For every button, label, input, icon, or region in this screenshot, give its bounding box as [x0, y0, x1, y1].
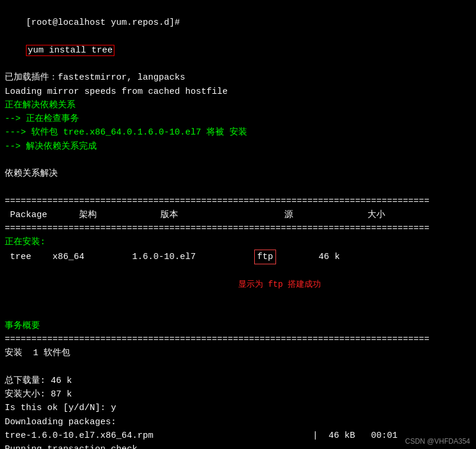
line-downloading: Downloading packages: [5, 415, 471, 429]
separator-2: ========================================… [5, 222, 471, 235]
line-prompt-ok: Is this ok [y/d/N]: y [5, 401, 471, 415]
prompt-line: [root@localhost yum.repos.d]# yum instal… [5, 2, 471, 71]
blank-line-3 [5, 306, 471, 319]
ftp-annotation: 显示为 ftp 搭建成功 [238, 280, 321, 289]
table-header: Package 架构 版本 源 大小 [5, 208, 471, 222]
line-package-install: ---> 软件包 tree.x86_64.0.1.6.0-10.el7 将被 安… [5, 126, 471, 139]
line-mirror: Loading mirror speeds from cached hostfi… [5, 85, 471, 99]
line-dep-resolved: 依赖关系解决 [5, 167, 471, 181]
blank-line-4 [5, 360, 471, 374]
terminal: [root@localhost yum.repos.d]# yum instal… [0, 0, 476, 449]
pkg-version: 1.6.0-10.el7 [84, 250, 196, 264]
line-checking: --> 正在检查事务 [5, 112, 471, 126]
pkg-size: 46 k [276, 250, 340, 264]
line-total-download: 总下载量: 46 k [5, 374, 471, 388]
prompt-text: [root@localhost yum.repos.d]# [26, 18, 180, 28]
pkg-source-ftp: ftp [254, 250, 276, 264]
line-install-size: 安装大小: 87 k [5, 388, 471, 401]
separator-3: ========================================… [5, 333, 471, 346]
line-install-count: 安装 1 软件包 [5, 346, 471, 360]
pkg-name: tree [5, 250, 31, 264]
line-deps-done: --> 解决依赖关系完成 [5, 140, 471, 153]
line-rpm: tree-1.6.0-10.el7.x86_64.rpm | 46 kB 00:… [5, 429, 471, 443]
package-row: tree x86_64 1.6.0-10.el7 ftp 46 k [5, 250, 471, 264]
pkg-source-spacer [196, 250, 254, 264]
line-running-check: Running transaction check [5, 443, 471, 449]
line-plugins: 已加载插件：fastestmirror, langpacks [5, 71, 471, 84]
blank-line-1 [5, 153, 471, 167]
blank-line-2 [5, 181, 471, 194]
space [26, 32, 31, 42]
pkg-arch: x86_64 [31, 250, 84, 264]
separator-1: ========================================… [5, 195, 471, 208]
annotation-line: 显示为 ftp 搭建成功 [5, 264, 471, 306]
command-text: yum install tree [26, 45, 114, 56]
watermark: CSDN @VHFDA354 [405, 437, 470, 445]
line-installing-label: 正在安装: [5, 235, 471, 249]
line-summary: 事务概要 [5, 319, 471, 333]
line-resolving: 正在解决依赖关系 [5, 99, 471, 112]
